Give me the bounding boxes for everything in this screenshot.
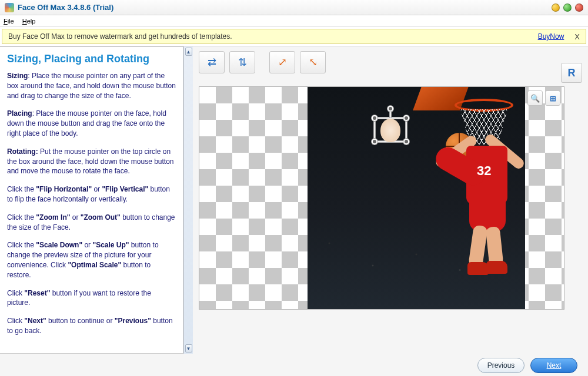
previous-button[interactable]: Previous <box>477 358 524 373</box>
face-handle[interactable] <box>403 139 409 145</box>
face-handle[interactable] <box>403 115 409 121</box>
buy-now-link[interactable]: BuyNow <box>538 32 564 41</box>
help-rotating: Rotating: Put the mouse pointer on the t… <box>7 147 176 176</box>
player-body: 32 <box>455 93 537 293</box>
canvas-area: ⇄ ⇅ ⤢ ⤡ R ⊟ 🔍 ⊞ 32 <box>193 46 588 354</box>
scale-up-button[interactable]: ⤢ <box>269 51 295 73</box>
menu-file[interactable]: File <box>4 18 14 25</box>
help-title: Sizing, Placing and Rotating <box>7 53 176 65</box>
face-handle[interactable] <box>372 139 377 145</box>
jersey-number: 32 <box>477 163 491 179</box>
preview-canvas[interactable]: ⊟ 🔍 ⊞ 32 <box>199 86 564 310</box>
trial-banner: Buy Face Off Max to remove watermark and… <box>2 29 586 44</box>
menu-help[interactable]: Help <box>22 18 36 25</box>
help-content: Sizing, Placing and Rotating Sizing: Pla… <box>0 46 183 354</box>
flip-horizontal-icon: ⇄ <box>208 56 216 69</box>
face-overlay[interactable] <box>380 119 400 142</box>
scroll-up-icon[interactable]: ▲ <box>185 48 192 56</box>
flip-vertical-icon: ⇅ <box>238 56 247 69</box>
help-scale: Click the "Scale Down" or "Scale Up" but… <box>7 240 176 280</box>
trial-close-button[interactable]: X <box>574 32 580 41</box>
scroll-down-icon[interactable]: ▼ <box>185 344 192 352</box>
reset-icon: R <box>568 67 576 79</box>
maximize-button[interactable] <box>563 4 572 12</box>
window-title: Face Off Max 3.4.8.6 (Trial) <box>18 3 552 12</box>
flip-horizontal-button[interactable]: ⇄ <box>199 51 225 73</box>
template-photo: 32 <box>308 87 525 310</box>
help-nav: Click "Next" button to continue or "Prev… <box>7 316 176 336</box>
help-placing: Placing: Place the mouse pointer on the … <box>7 109 176 138</box>
next-button[interactable]: Next <box>530 358 577 373</box>
scale-down-button[interactable]: ⤡ <box>300 51 326 73</box>
zoom-in-button[interactable]: ⊞ <box>545 90 560 106</box>
edit-toolbar: ⇄ ⇅ ⤢ ⤡ <box>199 51 582 73</box>
face-rotate-handle[interactable] <box>387 106 393 112</box>
wizard-nav: Previous Next <box>0 354 588 376</box>
face-transform-box[interactable] <box>373 112 407 146</box>
workspace: Sizing, Placing and Rotating Sizing: Pla… <box>0 46 588 354</box>
app-icon <box>5 3 14 12</box>
window-controls <box>552 4 583 12</box>
plus-icon: ⊞ <box>550 94 556 103</box>
minimize-button[interactable] <box>552 4 560 12</box>
help-reset: Click "Reset" button if you want to rest… <box>7 288 176 308</box>
help-sidebar: Sizing, Placing and Rotating Sizing: Pla… <box>0 46 193 354</box>
sidebar-scrollbar[interactable]: ▲ ▼ <box>183 46 193 354</box>
face-handle[interactable] <box>372 115 377 121</box>
expand-in-icon: ⤡ <box>309 56 318 69</box>
trial-message: Buy Face Off Max to remove watermark and… <box>8 32 538 41</box>
help-sizing: Sizing: Place the mouse pointer on any p… <box>7 71 176 100</box>
help-flip: Click the "Flip Horizontal" or "Flip Ver… <box>7 184 176 204</box>
flip-vertical-button[interactable]: ⇅ <box>229 51 255 73</box>
help-zoom: Click the "Zoom In" or "Zoom Out" button… <box>7 213 176 233</box>
menubar: File Help <box>0 15 588 27</box>
titlebar: Face Off Max 3.4.8.6 (Trial) <box>0 0 588 15</box>
close-button[interactable] <box>575 4 583 12</box>
expand-out-icon: ⤢ <box>278 56 287 69</box>
reset-button[interactable]: R <box>561 63 582 83</box>
